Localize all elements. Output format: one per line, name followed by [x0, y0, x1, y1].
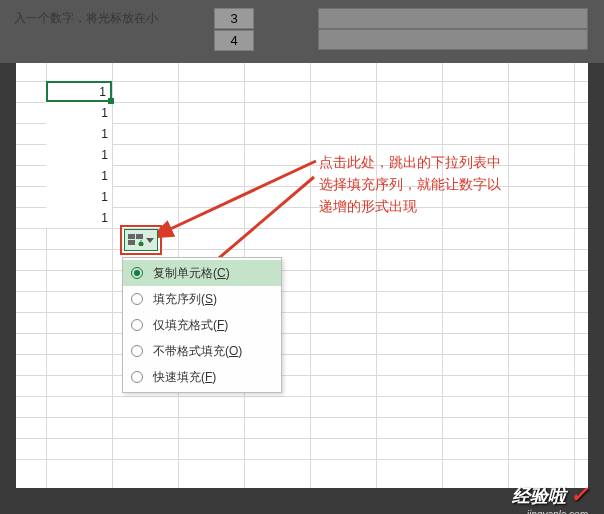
gridline — [112, 63, 113, 488]
gridline — [16, 375, 588, 376]
menu-label: 快速填充(F) — [153, 369, 216, 386]
gridline — [16, 396, 588, 397]
cell-b2[interactable]: 1 — [46, 102, 112, 123]
check-icon: ✓ — [570, 482, 588, 508]
cell-value: 1 — [101, 169, 108, 183]
gridline — [16, 354, 588, 355]
svg-rect-0 — [128, 234, 135, 239]
radio-icon — [131, 345, 143, 357]
dropdown-arrow-icon — [146, 238, 154, 243]
gridline — [16, 333, 588, 334]
gridline — [574, 63, 575, 488]
annotation-line3: 递增的形式出现 — [319, 195, 501, 217]
autofill-icon — [128, 234, 144, 246]
spreadsheet-area[interactable]: 1 1 1 1 1 1 1 复制单元格(C) 填充序列(S) — [16, 63, 588, 488]
gridline — [16, 291, 588, 292]
cell-b4[interactable]: 1 — [46, 144, 112, 165]
cell-b6[interactable]: 1 — [46, 186, 112, 207]
autofill-options-highlight — [120, 225, 162, 255]
gridline — [16, 249, 588, 250]
cell-b3[interactable]: 1 — [46, 123, 112, 144]
gridline — [310, 63, 311, 488]
gridline — [376, 63, 377, 488]
row-header-3: 3 — [214, 8, 254, 29]
radio-icon — [131, 371, 143, 383]
menu-item-fill-series[interactable]: 填充序列(S) — [123, 286, 281, 312]
menu-item-fill-without-format[interactable]: 不带格式填充(O) — [123, 338, 281, 364]
top-cell — [318, 8, 588, 29]
cell-value: 1 — [101, 211, 108, 225]
menu-item-copy-cells[interactable]: 复制单元格(C) — [123, 260, 281, 286]
menu-label: 不带格式填充(O) — [153, 343, 242, 360]
gridline — [16, 438, 588, 439]
cell-value: 1 — [101, 106, 108, 120]
cell-value: 1 — [101, 127, 108, 141]
cell-b7[interactable]: 1 — [46, 207, 112, 228]
radio-icon — [131, 319, 143, 331]
radio-icon — [131, 293, 143, 305]
gridline — [442, 63, 443, 488]
menu-item-fill-format-only[interactable]: 仅填充格式(F) — [123, 312, 281, 338]
top-cell — [318, 29, 588, 50]
svg-rect-2 — [128, 240, 135, 245]
menu-label: 复制单元格(C) — [153, 265, 230, 282]
radio-icon — [131, 267, 143, 279]
gridline — [508, 63, 509, 488]
cell-value: 1 — [101, 190, 108, 204]
svg-line-6 — [166, 161, 316, 231]
gridline — [16, 270, 588, 271]
menu-item-flash-fill[interactable]: 快速填充(F) — [123, 364, 281, 390]
gridline — [16, 312, 588, 313]
annotation-text: 点击此处，跳出的下拉列表中 选择填充序列，就能让数字以 递增的形式出现 — [319, 151, 501, 217]
watermark-text: 经验啦 — [512, 484, 566, 508]
autofill-options-button[interactable] — [124, 229, 158, 251]
menu-label: 仅填充格式(F) — [153, 317, 228, 334]
cell-b5[interactable]: 1 — [46, 165, 112, 186]
row-header-4: 4 — [214, 30, 254, 51]
top-hint-text: 入一个数字，将光标放在小 — [14, 11, 158, 25]
cell-b1-selected[interactable]: 1 — [46, 81, 112, 102]
top-cells-area — [318, 8, 588, 50]
autofill-options-menu: 复制单元格(C) 填充序列(S) 仅填充格式(F) 不带格式填充(O) 快速填充… — [122, 257, 282, 393]
cell-value: 1 — [99, 85, 106, 99]
cell-value: 1 — [101, 148, 108, 162]
watermark-brand: 经验啦 ✓ — [512, 482, 588, 508]
gridline — [16, 459, 588, 460]
watermark-url: jingyanla.com — [527, 509, 588, 514]
fill-handle-icon[interactable] — [108, 98, 114, 104]
svg-rect-1 — [136, 234, 143, 239]
menu-label: 填充序列(S) — [153, 291, 217, 308]
gridline — [16, 228, 588, 229]
annotation-line1: 点击此处，跳出的下拉列表中 — [319, 151, 501, 173]
gridline — [16, 417, 588, 418]
annotation-line2: 选择填充序列，就能让数字以 — [319, 173, 501, 195]
